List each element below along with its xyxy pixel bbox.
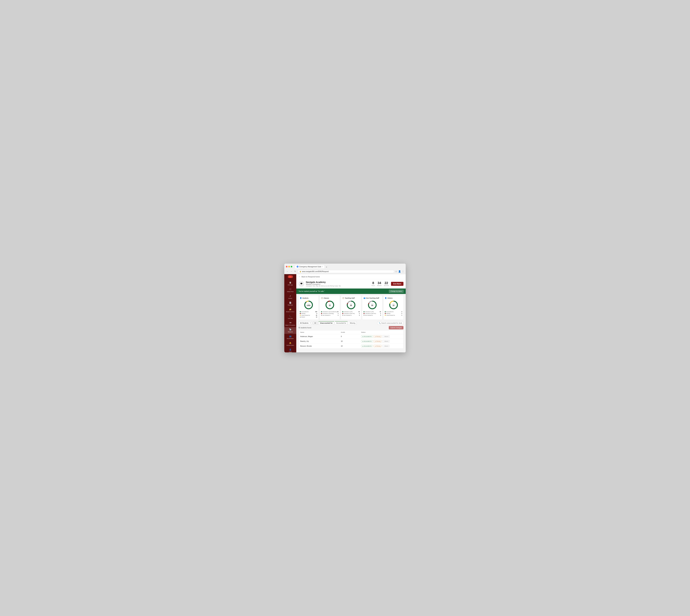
legend-item: Checked in (accounted for) 29	[321, 311, 339, 312]
assess-icon: ✔	[289, 295, 291, 297]
action-btn-absent[interactable]: ○ Absent	[382, 345, 390, 347]
legend-count: 2	[402, 314, 402, 316]
sidebar-label-binders-docs: Binders & Docs	[286, 311, 295, 312]
search-input[interactable]	[381, 322, 402, 324]
sidebar-nav: 📋 Drill Logs 🛡 Safety Plans ✔ Assess 📄 F…	[284, 280, 296, 340]
filter-tab-all[interactable]: All	[313, 322, 318, 325]
student-grade: 10	[341, 340, 361, 342]
stat-legend-non-teaching-staff: Checked in (OK) 39 Checked in (Not OK) 2…	[364, 311, 381, 316]
legend-dot	[321, 311, 322, 312]
legend-item: Checked in (OK) 39	[364, 311, 381, 312]
donut-center-non-teaching-staff: Total 50	[371, 304, 373, 306]
stat-card-non-teaching-staff: 👥 Non-Teaching Staff Total 50 Checked in…	[362, 295, 382, 320]
close-traffic-light[interactable]	[286, 266, 287, 267]
stat-title-teaching-staff: 📋 Teaching Staff	[342, 297, 360, 299]
stats-grid: 👤 Students Total 1000 Accounted for	[296, 294, 406, 321]
sidebar-label-safety-plans: Safety Plans	[287, 291, 294, 292]
sidebar-bottom: 🔔 Activate alarm 👤 Users 👤 Profile	[284, 340, 296, 352]
reunification-icon: 👥	[289, 335, 292, 337]
back-nav[interactable]: ← Back to Respond home	[296, 274, 406, 279]
sidebar-item-safety-plans[interactable]: 🛡 Safety Plans	[284, 287, 296, 294]
logo-text: 🟥	[289, 276, 292, 278]
legend-dot	[300, 311, 301, 312]
alarm-school-name: Navigate Academy	[306, 281, 341, 283]
address-bar[interactable]: 🔒 www.navigate360.com/EMS/Respond	[298, 270, 394, 273]
stat-title-non-teaching-staff: 👥 Non-Teaching Staff	[364, 297, 381, 299]
alarm-weather-icon: 🌩	[299, 281, 304, 287]
stat-card-teaching-staff: 📋 Teaching Staff Total 50 Checked in (OK…	[341, 295, 361, 320]
back-button[interactable]: ←	[286, 270, 289, 273]
reload-button[interactable]: ↻	[294, 270, 297, 273]
safe-banner: You've marked yourself as "I'm safe." Ch…	[296, 288, 406, 294]
bookmark-icon[interactable]: ☆	[395, 270, 397, 273]
legend-label: Accounted for	[386, 311, 393, 312]
filter-tab-accounted[interactable]: Accounted for	[335, 321, 348, 325]
sidebar-item-users[interactable]: 👤 Users	[284, 347, 296, 352]
action-btn-accounted[interactable]: ▲ Accounted for	[361, 335, 373, 338]
legend-item: Checked in (missing) 3	[321, 313, 339, 314]
legend-count: 9	[380, 314, 381, 316]
sidebar-item-assess[interactable]: ✔ Assess	[284, 294, 296, 300]
legend-dot	[342, 315, 343, 316]
sidebar-item-activate-alarm[interactable]: 🔔 Activate alarm	[284, 340, 296, 347]
sidebar: 🟥 📋 Drill Logs 🛡 Safety Plans ✔ Assess 📄	[284, 274, 296, 352]
stat-card-classes: 📋 Classes Total 32 Checked in (accounted…	[320, 295, 340, 320]
change-status-button[interactable]: Change my status	[389, 290, 404, 293]
alarm-timer: 8 Hours 34 Minutes 22 Seconds End Alarm	[371, 281, 404, 286]
legend-item: Absent 10	[300, 316, 317, 318]
legend-dot	[364, 315, 365, 316]
sidebar-item-reunification[interactable]: 👥 Reunification	[284, 334, 296, 340]
main-content: ← Back to Respond home 🌩 Navigate Academ…	[296, 274, 406, 352]
search-box[interactable]: 🔍	[377, 322, 404, 325]
legend-dot	[385, 315, 386, 316]
timer-hours-label: Hours	[371, 285, 375, 286]
legend-count: 8	[317, 313, 317, 314]
sidebar-label-cell-lists: Cell Lists	[288, 318, 293, 319]
legend-dot	[300, 313, 301, 314]
action-btn-accounted[interactable]: ▲ Accounted for	[361, 340, 373, 343]
stat-title-classes: 📋 Classes	[321, 297, 339, 299]
forward-button[interactable]: →	[290, 270, 293, 273]
new-tab-btn[interactable]: +	[325, 266, 328, 268]
tab-close-btn[interactable]: ×	[322, 266, 323, 268]
sidebar-item-cell-lists[interactable]: 📞 Cell Lists	[284, 314, 296, 321]
menu-icon[interactable]: ⋮	[402, 270, 404, 273]
stat-legend-classes: Checked in (accounted for) 29 Checked in…	[321, 311, 339, 316]
legend-count: 2	[359, 313, 360, 314]
sidebar-label-users: Users	[289, 351, 292, 352]
sidebar-item-maps-floorplans[interactable]: 🗺 Maps & Floorplans	[284, 321, 296, 327]
classes-icon: 📋	[321, 297, 323, 299]
col-header-status: Status	[361, 331, 402, 333]
end-alarm-button[interactable]: End Alarm	[391, 282, 404, 286]
minimize-traffic-light[interactable]	[288, 266, 290, 267]
student-filter-select[interactable]: All Students Grade 9 Grade 10 Grade 11 G…	[299, 322, 312, 325]
sidebar-item-binders-docs[interactable]: 📁 Binders & Docs	[284, 307, 296, 314]
active-tab[interactable]: G Emergency Management Suite ×	[295, 265, 325, 268]
action-btn-absent[interactable]: ○ Absent	[382, 340, 390, 343]
alarm-type: Weather Emergency	[306, 283, 341, 285]
row-actions: ▲ Accounted for▲ Missing○ Absent	[361, 340, 402, 343]
maximize-traffic-light[interactable]	[291, 266, 292, 267]
action-btn-missing[interactable]: ▲ Missing	[373, 335, 382, 338]
action-btn-absent[interactable]: ○ Absent	[382, 335, 390, 338]
action-btn-missing[interactable]: ▲ Missing	[373, 340, 382, 343]
action-btn-missing[interactable]: ▲ Missing	[373, 345, 382, 347]
student-name: Anderson, Megan	[300, 336, 341, 337]
filter-tab-unaccounted[interactable]: Unaccounted for	[319, 321, 334, 325]
sidebar-item-respond[interactable]: 📡 Respond	[284, 327, 296, 334]
legend-label: Absent	[301, 316, 305, 318]
sidebar-item-drill-logs[interactable]: 📋 Drill Logs	[284, 280, 296, 287]
legend-dot	[385, 311, 386, 312]
action-btn-accounted[interactable]: ▲ Accounted for	[361, 345, 373, 347]
alarm-header: 🌩 Navigate Academy Weather Emergency Act…	[296, 279, 406, 288]
legend-dot	[342, 313, 343, 314]
student-table: Name Grade Status Anderson, Megan 9 ▲ Ac…	[299, 330, 404, 349]
submit-changes-button[interactable]: Submit changes	[389, 326, 404, 329]
legend-count: 890	[315, 311, 317, 312]
table-header: Name Grade Status	[299, 331, 403, 334]
filter-tab-missing[interactable]: Missing	[348, 322, 357, 325]
legend-label: Unaccounted for	[301, 314, 310, 316]
profile-circle-icon[interactable]: 👤	[398, 270, 401, 273]
legend-item: Missing 8	[300, 313, 317, 314]
sidebar-item-flipcharts[interactable]: 📄 Flipcharts	[284, 300, 296, 307]
